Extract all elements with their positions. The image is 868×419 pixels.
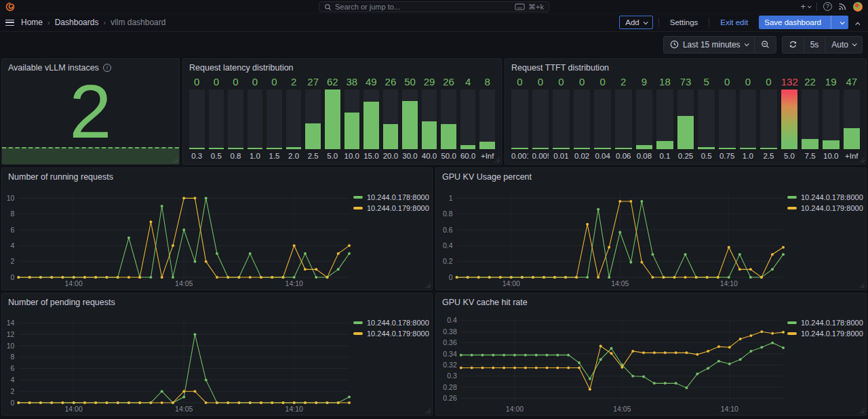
bar-value-label: 0 — [553, 76, 570, 89]
legend-item[interactable]: 10.244.0.179:8000 — [353, 330, 431, 338]
search-placeholder: Search or jump to... — [335, 3, 400, 11]
bar-value-label: 22 — [802, 76, 818, 89]
bar-fill — [305, 123, 321, 149]
bar-category-label: 0.001 — [511, 149, 528, 161]
bar-track — [344, 89, 360, 149]
zoom-out-button[interactable] — [754, 37, 776, 53]
bar-column: 00.04 — [594, 76, 611, 161]
bar-value-label: 18 — [656, 76, 673, 89]
bar-value-label: 0 — [740, 76, 757, 89]
breadcrumb-home[interactable]: Home — [21, 18, 43, 27]
stat-sparkline — [2, 147, 179, 164]
bar-track — [441, 89, 456, 149]
news-icon[interactable] — [838, 2, 847, 11]
axis-label: 0.2 — [443, 257, 453, 265]
chart-legend: 10.244.0.178:800010.244.0.179:8000 — [353, 185, 431, 289]
legend-item[interactable]: 10.244.0.178:8000 — [787, 193, 865, 201]
bar-fill — [574, 148, 591, 149]
legend-item[interactable]: 10.244.0.179:8000 — [787, 330, 865, 338]
legend-item[interactable]: 10.244.0.179:8000 — [787, 204, 865, 212]
axis-label: 10 — [7, 194, 15, 202]
bar-value-label: 73 — [677, 76, 694, 89]
legend-series-mark — [787, 321, 797, 324]
bar-column: 00.5 — [209, 76, 224, 161]
panel-title[interactable]: Request TTFT distribution — [511, 63, 609, 73]
bar-fill — [719, 148, 736, 149]
bar-track — [677, 89, 694, 149]
bar-value-label: 38 — [344, 76, 360, 89]
bar-fill — [325, 89, 340, 149]
axis-label: 6 — [11, 226, 15, 234]
bar-fill — [511, 148, 528, 149]
collapse-header-button[interactable] — [854, 16, 863, 28]
time-controls-row: Last 15 minutes 5s Auto — [0, 32, 868, 57]
stat-value: 2 — [69, 79, 111, 144]
panel-request-latency: Request latency distribution 00.300.500.… — [182, 58, 502, 165]
grafana-logo-icon[interactable] — [5, 2, 15, 12]
time-range-picker[interactable]: Last 15 minutes — [664, 37, 754, 53]
panel-title[interactable]: Number of pending requests — [8, 298, 115, 307]
refresh-interval-label[interactable]: 5s — [804, 37, 825, 53]
bar-fill — [656, 141, 673, 149]
bar-track — [402, 89, 418, 149]
legend-item[interactable]: 10.244.0.178:8000 — [787, 319, 865, 327]
bar-track — [698, 89, 715, 149]
legend-item[interactable]: 10.244.0.178:8000 — [353, 319, 431, 327]
bar-track — [460, 89, 476, 149]
refresh-button[interactable] — [783, 37, 804, 53]
bar-value-label: 62 — [325, 76, 340, 89]
bar-category-label: 0.06 — [615, 149, 632, 161]
bar-fill — [802, 139, 818, 149]
add-menu-button[interactable]: + — [800, 2, 810, 11]
bar-category-label: 30.0 — [402, 149, 418, 161]
breadcrumb-separator: › — [103, 18, 106, 26]
auto-refresh-picker[interactable]: Auto — [825, 37, 862, 53]
bar-category-label: 0.01 — [553, 149, 570, 161]
bar-column: 3810.0 — [344, 76, 360, 161]
legend-series-label: 10.244.0.178:8000 — [367, 319, 429, 327]
axis-label: 0.4 — [443, 241, 453, 250]
bar-value-label: 0 — [760, 76, 777, 89]
legend-series-mark — [353, 207, 363, 210]
search-input[interactable]: Search or jump to... ⌘+k — [319, 1, 549, 12]
bar-fill — [781, 89, 798, 149]
bar-track — [479, 89, 495, 149]
bar-value-label: 2 — [286, 76, 302, 89]
bar-value-label: 50 — [402, 76, 418, 89]
axis-label: 12 — [7, 330, 15, 338]
settings-button[interactable]: Settings — [665, 16, 704, 29]
bar-fill — [286, 147, 302, 149]
axis-label: 4 — [11, 376, 15, 384]
legend-series-label: 10.244.0.178:8000 — [367, 193, 429, 201]
axis-label: 2 — [11, 387, 15, 395]
panel-title[interactable]: GPU KV cache hit rate — [442, 298, 528, 307]
bar-fill — [740, 148, 757, 149]
panel-title[interactable]: Request latency distribution — [189, 63, 294, 73]
bar-column: 5030.0 — [402, 76, 418, 161]
menu-toggle-icon[interactable] — [5, 20, 14, 26]
bar-category-label: 0.08 — [636, 149, 653, 161]
bar-fill — [532, 148, 549, 149]
axis-label: 0.32 — [443, 361, 457, 369]
bar-track — [574, 89, 591, 149]
bar-category-label: +Inf — [479, 149, 495, 161]
save-dashboard-button[interactable]: Save dashboard — [759, 16, 848, 29]
legend-item[interactable]: 10.244.0.179:8000 — [353, 204, 431, 212]
add-panel-button[interactable]: Add — [619, 16, 652, 29]
bar-track — [532, 89, 549, 149]
panel-title[interactable]: GPU KV Usage percent — [442, 172, 532, 182]
user-avatar[interactable] — [853, 2, 863, 12]
help-icon[interactable]: ? — [823, 2, 832, 11]
legend-item[interactable]: 10.244.0.178:8000 — [353, 193, 431, 201]
panel-kv-usage: GPU KV Usage percent 00.20.40.60.8114:00… — [435, 167, 867, 290]
divider — [709, 18, 709, 27]
exit-edit-button[interactable]: Exit edit — [715, 16, 753, 29]
bar-column: 02.5 — [760, 76, 777, 161]
search-shortcut-hint: ⌘+k — [528, 3, 544, 12]
bar-category-label: 40.0 — [422, 149, 437, 161]
breadcrumb-dashboards[interactable]: Dashboards — [55, 18, 99, 27]
bar-value-label: 0 — [228, 76, 243, 89]
breadcrumb-current: vllm dashboard — [111, 18, 165, 27]
panel-title[interactable]: Number of running requests — [8, 172, 113, 182]
bar-category-label: 5.0 — [325, 149, 340, 161]
